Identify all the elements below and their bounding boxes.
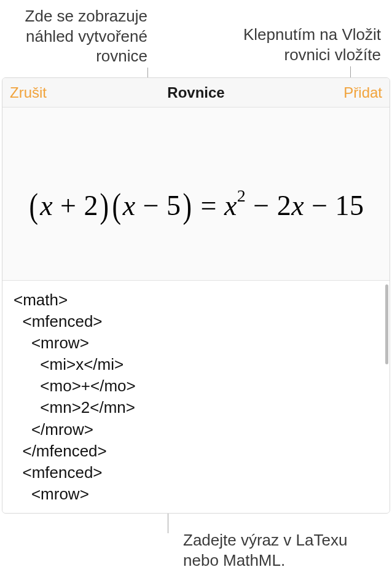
equation-render: (x + 2)(x − 5) = x2 − 2x − 15 <box>28 164 364 224</box>
op-minus: − <box>136 190 167 221</box>
paren-open: ( <box>112 185 121 226</box>
callout-preview: Zde se zobrazuje náhled vytvořené rovnic… <box>0 6 147 66</box>
callout-code: Zadejte výraz v LaTexu nebo MathML. <box>183 530 380 570</box>
var-x: x <box>123 190 136 221</box>
dialog-header: Zrušit Rovnice Přidat <box>2 78 390 108</box>
var-x: x <box>224 190 237 221</box>
op-plus: + <box>53 190 84 221</box>
term-minus-2: − 2 <box>246 190 291 221</box>
var-x: x <box>40 190 53 221</box>
var-x: x <box>291 190 304 221</box>
equation-dialog: Zrušit Rovnice Přidat (x + 2)(x − 5) = x… <box>2 77 390 514</box>
num-5: 5 <box>167 190 181 221</box>
equation-preview: (x + 2)(x − 5) = x2 − 2x − 15 <box>2 108 390 281</box>
code-text: <math> <mfenced> <mrow> <mi>x</mi> <mo>+… <box>14 289 380 505</box>
callout-insert: Klepnutím na Vložit rovnici vložíte <box>209 25 381 65</box>
root-container: Zde se zobrazuje náhled vytvořené rovnic… <box>0 0 392 575</box>
op-eq: = <box>193 190 224 221</box>
insert-button[interactable]: Přidat <box>343 84 382 101</box>
dialog-title: Rovnice <box>2 84 390 101</box>
term-minus-15: − 15 <box>304 190 364 221</box>
code-input-area[interactable]: <math> <mfenced> <mrow> <mi>x</mi> <mo>+… <box>2 281 390 513</box>
scrollbar-thumb[interactable] <box>385 284 388 364</box>
paren-close: ) <box>100 185 109 226</box>
paren-open: ( <box>29 185 39 226</box>
num-2: 2 <box>84 190 99 221</box>
exponent-2: 2 <box>237 186 246 205</box>
paren-close: ) <box>182 185 192 226</box>
